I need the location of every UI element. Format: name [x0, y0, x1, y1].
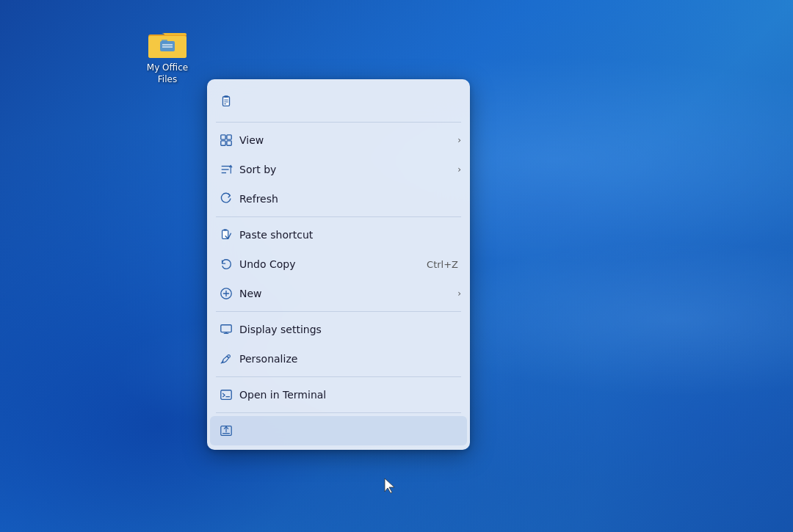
display-icon: [216, 319, 236, 340]
paste-shortcut-menu-item[interactable]: Paste shortcut: [207, 220, 470, 249]
svg-rect-11: [221, 135, 225, 139]
svg-rect-24: [221, 325, 231, 332]
paste-shortcut-icon: [216, 225, 236, 245]
sort-by-arrow: ›: [457, 164, 461, 175]
svg-point-27: [228, 355, 231, 358]
open-terminal-label: Open in Terminal: [239, 389, 461, 401]
show-more-options-menu-item[interactable]: [210, 416, 467, 445]
sort-icon: [216, 159, 236, 180]
svg-rect-14: [227, 141, 231, 145]
folder-icon: [148, 27, 187, 59]
view-menu-item[interactable]: View ›: [207, 125, 470, 155]
separator-after-paste-top: [216, 122, 461, 123]
personalize-menu-item[interactable]: Personalize: [207, 344, 470, 374]
undo-copy-label: Undo Copy: [239, 258, 427, 270]
desktop-icon-my-office-files[interactable]: My Office Files: [138, 27, 197, 85]
undo-icon: [216, 254, 236, 274]
view-label: View: [239, 134, 457, 146]
sort-by-label: Sort by: [239, 164, 457, 175]
paste-shortcut-label: Paste shortcut: [239, 229, 461, 241]
svg-rect-2: [160, 41, 175, 51]
display-settings-label: Display settings: [239, 324, 461, 335]
svg-rect-12: [227, 135, 231, 139]
refresh-icon: [216, 189, 236, 209]
new-menu-item[interactable]: New ›: [207, 279, 470, 308]
svg-rect-6: [223, 97, 230, 106]
terminal-icon: [216, 385, 236, 405]
undo-copy-shortcut: Ctrl+Z: [427, 259, 458, 270]
svg-rect-29: [221, 390, 231, 400]
new-arrow: ›: [457, 288, 461, 299]
undo-copy-menu-item[interactable]: Undo Copy Ctrl+Z: [207, 249, 470, 279]
clipboard-icon: [216, 91, 236, 112]
new-icon: [216, 283, 236, 304]
separator-2: [216, 311, 461, 312]
refresh-label: Refresh: [239, 193, 461, 205]
separator-3: [216, 376, 461, 377]
open-terminal-menu-item[interactable]: Open in Terminal: [207, 380, 470, 409]
svg-rect-20: [223, 229, 227, 230]
desktop-icon-label: My Office Files: [147, 62, 188, 85]
new-label: New: [239, 288, 457, 299]
display-settings-menu-item[interactable]: Display settings: [207, 315, 470, 344]
personalize-label: Personalize: [239, 353, 461, 365]
svg-rect-13: [221, 141, 225, 145]
view-arrow: ›: [457, 135, 461, 145]
svg-rect-3: [162, 40, 167, 43]
refresh-menu-item[interactable]: Refresh: [207, 184, 470, 214]
separator-4: [216, 412, 461, 413]
personalize-icon: [216, 349, 236, 369]
view-icon: [216, 130, 236, 150]
paste-top-item[interactable]: [207, 84, 470, 119]
context-menu: View › Sort by › Refresh: [207, 79, 470, 450]
separator-1: [216, 216, 461, 217]
more-options-icon: [216, 420, 236, 441]
sort-by-menu-item[interactable]: Sort by ›: [207, 155, 470, 184]
svg-rect-7: [224, 95, 228, 98]
